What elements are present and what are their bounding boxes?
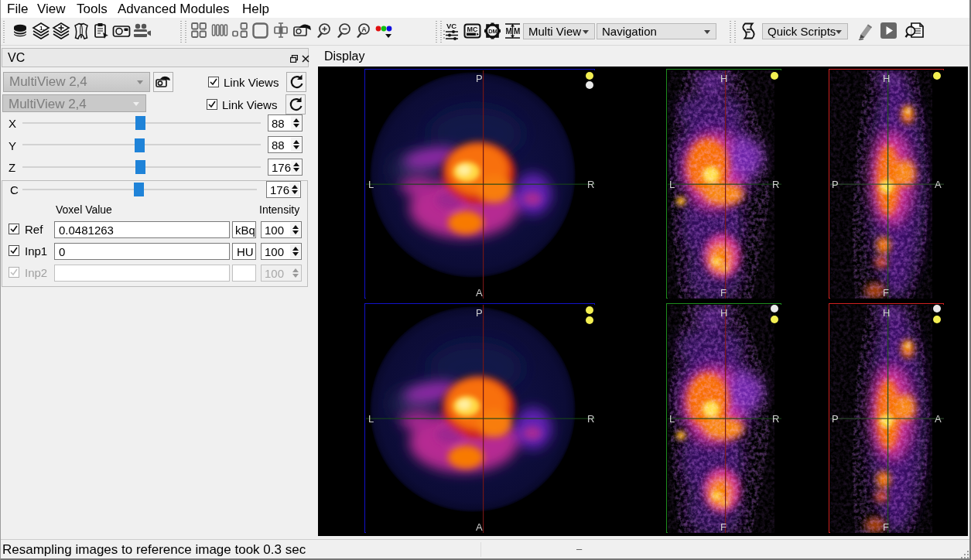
svg-text:MC: MC <box>467 26 478 33</box>
svg-text:DM: DM <box>488 28 497 35</box>
svg-text:1.: 1. <box>39 25 45 32</box>
svg-text:A: A <box>361 26 367 33</box>
svg-text:VC: VC <box>446 22 456 30</box>
svg-text:M: M <box>506 27 512 36</box>
svg-text:M: M <box>514 27 520 36</box>
